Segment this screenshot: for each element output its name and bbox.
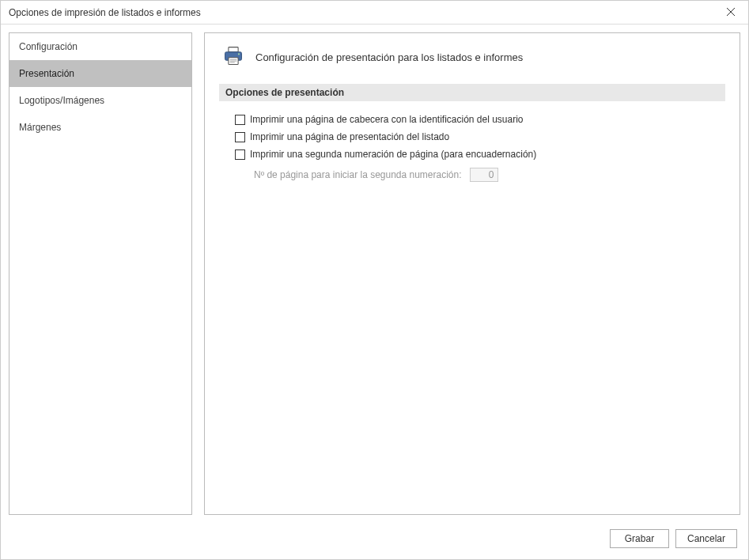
checkbox-label: Imprimir una página de presentación del … <box>250 131 449 142</box>
checkbox-label: Imprimir una página de cabecera con la i… <box>250 114 524 125</box>
option-row-header-page: Imprimir una página de cabecera con la i… <box>219 111 725 128</box>
content-area: Configuración Presentación Logotipos/Imá… <box>1 25 748 523</box>
sidebar-item-configuracion[interactable]: Configuración <box>9 33 191 60</box>
sidebar-item-label: Configuración <box>19 41 78 52</box>
window-title: Opciones de impresión de listados e info… <box>9 7 713 18</box>
start-page-label: Nº de página para iniciar la segunda num… <box>254 169 462 180</box>
checkbox-second-numbering[interactable] <box>235 149 245 160</box>
main-panel: Configuración de presentación para los l… <box>204 32 740 515</box>
footer: Grabar Cancelar <box>1 523 748 548</box>
sidebar-item-label: Márgenes <box>19 122 61 133</box>
option-row-presentation-page: Imprimir una página de presentación del … <box>219 128 725 146</box>
sidebar-item-logotipos[interactable]: Logotipos/Imágenes <box>9 87 191 114</box>
checkbox-label: Imprimir una segunda numeración de págin… <box>250 149 536 160</box>
printer-icon <box>222 45 244 70</box>
cancel-button[interactable]: Cancelar <box>675 529 737 548</box>
sidebar-item-label: Presentación <box>19 68 74 79</box>
start-page-input[interactable]: 0 <box>470 168 498 182</box>
sidebar-item-label: Logotipos/Imágenes <box>19 95 104 106</box>
panel-header: Configuración de presentación para los l… <box>219 45 725 70</box>
option-row-second-numbering: Imprimir una segunda numeración de págin… <box>219 146 725 163</box>
panel-title: Configuración de presentación para los l… <box>255 51 523 63</box>
close-icon <box>727 7 735 18</box>
sidebar-item-margenes[interactable]: Márgenes <box>9 114 191 141</box>
svg-point-8 <box>238 53 240 55</box>
titlebar: Opciones de impresión de listados e info… <box>1 1 748 25</box>
sidebar-item-presentacion[interactable]: Presentación <box>9 60 191 87</box>
save-button[interactable]: Grabar <box>610 529 669 548</box>
section-header: Opciones de presentación <box>219 84 725 101</box>
sidebar: Configuración Presentación Logotipos/Imá… <box>9 32 192 515</box>
checkbox-header-page[interactable] <box>235 115 245 125</box>
close-button[interactable] <box>713 1 748 25</box>
svg-rect-2 <box>229 47 238 52</box>
start-page-row: Nº de página para iniciar la segunda num… <box>219 163 725 185</box>
checkbox-presentation-page[interactable] <box>235 132 245 142</box>
